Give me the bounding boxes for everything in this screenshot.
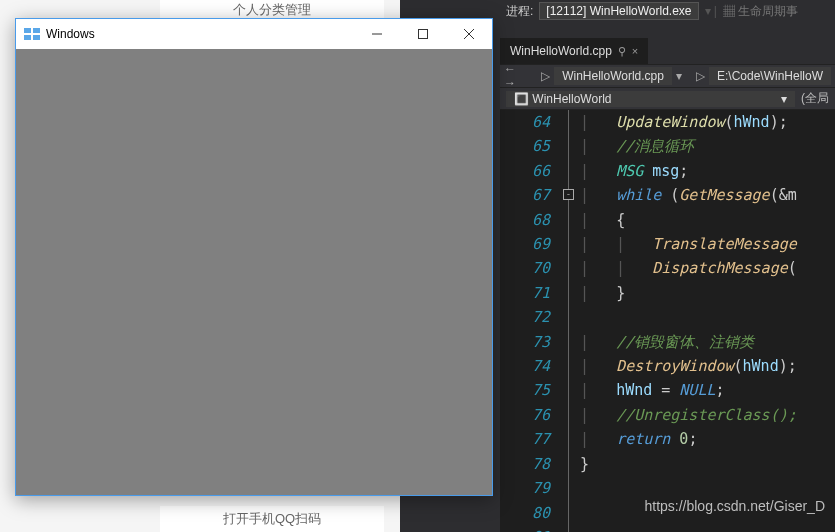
- minimize-button[interactable]: [354, 19, 400, 49]
- dropdown-icon[interactable]: ▾: [676, 69, 682, 83]
- pin-icon[interactable]: ⚲: [618, 45, 626, 58]
- fold-toggle-icon[interactable]: -: [563, 189, 574, 200]
- breadcrumb-file[interactable]: WinHelloWorld.cpp: [554, 67, 672, 85]
- window-controls: [354, 19, 492, 49]
- debug-toolbar: 进程: [12112] WinHelloWorld.exe ▾ | ▦ 生命周期…: [500, 0, 835, 22]
- play-icon[interactable]: ▷: [696, 69, 705, 83]
- close-icon[interactable]: ×: [632, 45, 638, 57]
- maximize-button[interactable]: [400, 19, 446, 49]
- watermark-url: https://blog.csdn.net/Giser_D: [644, 498, 825, 514]
- app-window: Windows: [15, 18, 493, 496]
- editor-tab-strip: WinHelloWorld.cpp ⚲ ×: [500, 38, 835, 64]
- titlebar[interactable]: Windows: [16, 19, 492, 49]
- breadcrumb-path[interactable]: E:\Code\WinHelloW: [709, 67, 831, 85]
- bg-category-box: 个人分类管理: [160, 0, 384, 20]
- breadcrumb-bar: ← → ▷ WinHelloWorld.cpp ▾ ▷ E:\Code\WinH…: [500, 64, 835, 88]
- global-scope-label: (全局: [801, 90, 829, 107]
- tab-filename: WinHelloWorld.cpp: [510, 44, 612, 58]
- app-icon: [24, 28, 40, 40]
- window-client-area: [16, 49, 492, 495]
- code-content[interactable]: | UpdateWindow(hWnd);| //消息循环| MSG msg;|…: [576, 110, 835, 532]
- project-scope-dropdown[interactable]: 🔳 WinHelloWorld ▾: [506, 91, 795, 107]
- close-button[interactable]: [446, 19, 492, 49]
- code-editor[interactable]: 646566676869707172737475767778798081 - |…: [500, 110, 835, 532]
- line-number-gutter: 646566676869707172737475767778798081: [500, 110, 562, 532]
- process-label: 进程:: [506, 3, 533, 20]
- play-icon[interactable]: ▷: [541, 69, 550, 83]
- toolbar-separator: ▾ |: [705, 4, 717, 18]
- window-title: Windows: [46, 27, 95, 41]
- process-selector[interactable]: [12112] WinHelloWorld.exe: [539, 2, 698, 20]
- nav-back-forward[interactable]: ← →: [504, 62, 537, 90]
- editor-tab[interactable]: WinHelloWorld.cpp ⚲ ×: [500, 38, 648, 64]
- lifecycle-events-button[interactable]: ▦ 生命周期事: [723, 3, 798, 20]
- svg-rect-1: [419, 30, 428, 39]
- scope-bar: 🔳 WinHelloWorld ▾ (全局: [500, 88, 835, 110]
- bg-qq-box: 打开手机QQ扫码: [160, 506, 384, 532]
- fold-column[interactable]: -: [562, 110, 576, 532]
